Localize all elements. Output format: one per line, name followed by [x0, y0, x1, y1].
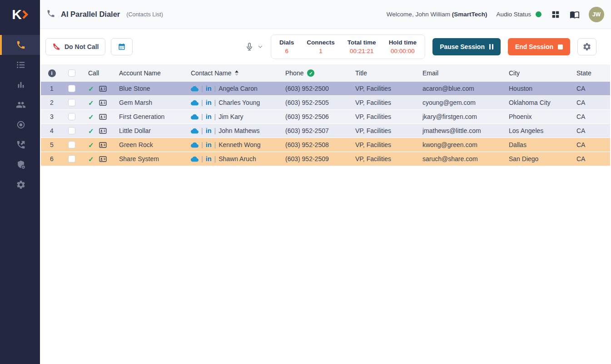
salesforce-icon[interactable]	[191, 141, 199, 149]
row-checkbox[interactable]	[68, 127, 75, 134]
table-row[interactable]: 5 ✓ Green Rock | in | Kenneth Wong (603)…	[41, 138, 610, 152]
state-cell: CA	[569, 99, 610, 106]
grid-icon	[551, 10, 561, 20]
title-cell: VP, Facilities	[348, 127, 415, 134]
stat-value: 00:00:00	[389, 48, 417, 54]
header-phone[interactable]: Phone ✓	[278, 69, 348, 77]
sidebar-item-dnc[interactable]	[0, 155, 40, 175]
header-state[interactable]: State	[569, 69, 610, 77]
sidebar-item-sessions[interactable]	[0, 115, 40, 135]
phone-cell: (603) 952-2507	[278, 127, 348, 134]
linkedin-icon[interactable]: in	[206, 85, 212, 92]
main-area: AI Parallel Dialer (Contacts List) Welco…	[40, 0, 611, 364]
pause-session-button[interactable]: Pause Session	[432, 38, 501, 55]
contact-name-cell: Charles Young	[219, 99, 260, 106]
sidebar-item-analytics[interactable]	[0, 75, 40, 95]
title-cell: VP, Facilities	[348, 85, 415, 92]
sort-icon[interactable]	[235, 70, 238, 76]
select-all-checkbox[interactable]	[68, 69, 75, 77]
city-cell: Dallas	[502, 141, 569, 148]
session-settings-button[interactable]	[577, 38, 596, 55]
table-row[interactable]: 3 ✓ First Generation | in | Jim Kary (60…	[41, 110, 610, 124]
table-row[interactable]: 1 ✓ Blue Stone | in | Angela Caron (603)…	[41, 82, 610, 96]
stat-total-time: Total time 00:21:21	[348, 39, 376, 54]
row-number: 6	[41, 155, 63, 162]
separator: |	[214, 85, 216, 92]
salesforce-icon[interactable]	[191, 99, 199, 107]
mic-selector[interactable]	[245, 42, 263, 52]
linkedin-icon[interactable]: in	[206, 127, 212, 134]
sidebar-item-call-log[interactable]	[0, 135, 40, 155]
phone-cell: (603) 952-2505	[278, 99, 348, 106]
contacts-table: i Call Account Name Contact Name Phone ✓…	[41, 64, 610, 166]
header-email[interactable]: Email	[415, 69, 502, 77]
contact-card-icon[interactable]	[99, 84, 107, 93]
stat-value: 1	[307, 48, 335, 54]
schedule-button[interactable]	[111, 38, 133, 55]
sidebar-item-contacts[interactable]	[0, 95, 40, 115]
salesforce-icon[interactable]	[191, 85, 199, 93]
header-title[interactable]: Title	[348, 69, 415, 77]
email-cell: kwong@green.com	[415, 141, 502, 148]
separator: |	[201, 127, 203, 134]
calendar-icon	[118, 43, 126, 51]
row-checkbox[interactable]	[68, 113, 75, 120]
sidebar-item-settings[interactable]	[0, 175, 40, 195]
header-call[interactable]: Call	[81, 69, 112, 77]
separator: |	[201, 99, 203, 106]
contact-card-icon[interactable]	[99, 141, 107, 149]
end-session-button[interactable]: End Session	[508, 38, 570, 55]
docs-button[interactable]	[570, 10, 580, 20]
row-checkbox[interactable]	[68, 141, 75, 148]
contact-card-icon[interactable]	[99, 155, 107, 163]
account-name-cell: Little Dollar	[112, 127, 184, 134]
info-icon[interactable]: i	[48, 69, 56, 77]
stop-icon	[558, 44, 563, 49]
salesforce-icon[interactable]	[191, 127, 199, 135]
callable-check-icon: ✓	[88, 99, 94, 106]
sidebar-item-dialer[interactable]	[0, 35, 40, 55]
account-name-cell: Gem Marsh	[112, 99, 184, 106]
salesforce-icon[interactable]	[191, 113, 199, 121]
row-checkbox[interactable]	[68, 155, 75, 162]
do-not-call-button[interactable]: Do Not Call	[45, 38, 105, 55]
contact-card-icon[interactable]	[99, 98, 107, 107]
contact-card-icon[interactable]	[99, 113, 107, 121]
linkedin-icon[interactable]: in	[206, 155, 212, 162]
state-cell: CA	[569, 127, 610, 134]
stat-label: Connects	[307, 39, 335, 46]
row-checkbox[interactable]	[68, 99, 75, 106]
separator: |	[201, 85, 203, 92]
separator: |	[214, 113, 216, 120]
app-logo[interactable]: K	[0, 0, 40, 29]
apps-grid-button[interactable]	[551, 10, 561, 20]
table-row[interactable]: 4 ✓ Little Dollar | in | John Mathews (6…	[41, 124, 610, 138]
sidebar-item-lists[interactable]	[0, 55, 40, 75]
row-checkbox[interactable]	[68, 85, 75, 92]
phone-cell: (603) 952-2509	[278, 155, 348, 162]
end-session-label: End Session	[515, 43, 553, 50]
callable-check-icon: ✓	[88, 85, 94, 92]
account-name-cell: Green Rock	[112, 141, 184, 148]
table-row[interactable]: 2 ✓ Gem Marsh | in | Charles Young (603)…	[41, 96, 610, 110]
stat-label: Total time	[348, 39, 376, 46]
contact-name-cell: Kenneth Wong	[219, 141, 260, 148]
table-row[interactable]: 6 ✓ Share System | in | Shawn Aruch (603…	[41, 152, 610, 166]
state-cell: CA	[569, 85, 610, 92]
header-city[interactable]: City	[502, 69, 569, 77]
city-cell: San Diego	[502, 155, 569, 162]
linkedin-icon[interactable]: in	[206, 99, 212, 106]
list-icon	[16, 60, 26, 70]
header-contact-name[interactable]: Contact Name	[184, 69, 278, 77]
avatar[interactable]: JW	[589, 7, 604, 22]
city-cell: Los Angeles	[502, 127, 569, 134]
contact-card-icon[interactable]	[99, 127, 107, 135]
header-account-name[interactable]: Account Name	[112, 69, 184, 77]
salesforce-icon[interactable]	[191, 155, 199, 163]
city-cell: Oklahoma City	[502, 99, 569, 106]
title-cell: VP, Facilities	[348, 141, 415, 148]
chevron-down-icon	[257, 44, 263, 50]
contact-name-cell: Angela Caron	[219, 85, 258, 92]
linkedin-icon[interactable]: in	[206, 113, 212, 120]
linkedin-icon[interactable]: in	[206, 141, 212, 148]
